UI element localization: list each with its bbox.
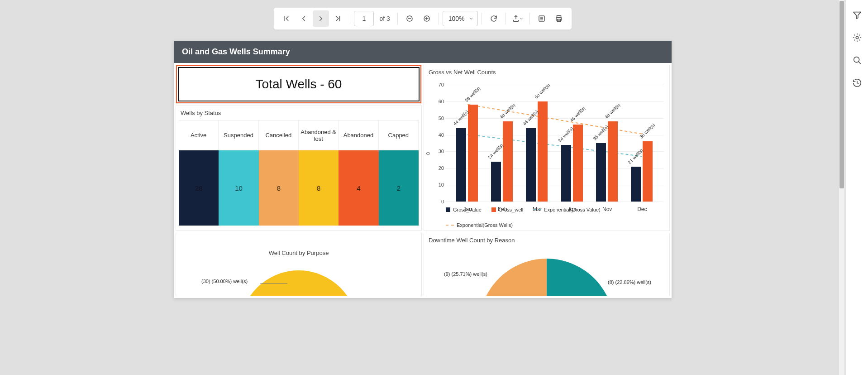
page-count-label: of 3 xyxy=(379,15,390,22)
status-value: 28 xyxy=(179,150,219,226)
y-tick: 0 xyxy=(432,199,444,204)
toolbar-separator xyxy=(506,13,506,24)
refresh-button[interactable] xyxy=(486,10,502,27)
card-title: Well Count by Purpose xyxy=(176,233,421,256)
search-icon[interactable] xyxy=(852,55,862,65)
gear-icon[interactable] xyxy=(852,33,862,43)
print-button[interactable] xyxy=(551,10,567,27)
bar-label: 24 well(s) xyxy=(487,143,505,160)
right-rail xyxy=(845,0,868,375)
card-title: Gross vs Net Well Counts xyxy=(424,65,669,77)
bar[interactable] xyxy=(561,145,571,202)
bar-label: 36 well(s) xyxy=(639,122,656,139)
legend-item: Gross_well xyxy=(491,207,523,212)
status-value: 8 xyxy=(299,150,339,226)
total-wells-value: Total Wells - 60 xyxy=(178,67,420,101)
status-column[interactable]: Capped2 xyxy=(379,120,419,226)
bar[interactable] xyxy=(491,162,501,202)
y-tick: 10 xyxy=(432,182,444,188)
gross-net-card[interactable]: Gross vs Net Well Counts 0 0102030405060… xyxy=(424,65,670,231)
bar-label: 48 well(s) xyxy=(604,102,621,120)
bar[interactable] xyxy=(631,167,641,202)
history-icon[interactable] xyxy=(852,78,862,88)
bar-label: 58 well(s) xyxy=(464,86,481,103)
status-header: Active xyxy=(179,120,219,150)
last-page-button[interactable] xyxy=(330,10,346,27)
y-tick: 20 xyxy=(432,165,444,171)
bar-label: 60 well(s) xyxy=(534,82,551,100)
bar-label: 44 well(s) xyxy=(522,109,539,126)
bar[interactable] xyxy=(538,101,548,202)
bar[interactable] xyxy=(596,143,606,202)
report-title: Oil and Gas Wells Summary xyxy=(174,41,672,63)
y-tick: 60 xyxy=(432,99,444,104)
card-title: Downtime Well Count by Reason xyxy=(424,233,669,247)
toggle-pane-button[interactable] xyxy=(534,10,550,27)
legend-item: Gross_Value xyxy=(446,207,482,212)
next-page-button[interactable] xyxy=(313,10,329,27)
bar-label: 35 well(s) xyxy=(592,124,609,141)
status-value: 8 xyxy=(259,150,299,226)
filter-icon[interactable] xyxy=(852,10,862,20)
y-tick: 40 xyxy=(432,132,444,138)
legend-item: Exponential(Gross Value) xyxy=(533,207,601,212)
pie-icon xyxy=(235,266,362,296)
toolbar-separator xyxy=(350,13,350,24)
zoom-dropdown[interactable]: 100% xyxy=(443,11,478,26)
downtime-pie-card[interactable]: Downtime Well Count by Reason (9) (25.71… xyxy=(424,233,670,296)
toolbar-separator xyxy=(482,13,482,24)
svg-point-8 xyxy=(856,36,858,39)
status-header: Abandoned & lost xyxy=(299,120,339,150)
page-number-input[interactable] xyxy=(354,11,374,26)
bar[interactable] xyxy=(608,121,618,202)
bar[interactable] xyxy=(503,121,513,202)
scrollbar[interactable] xyxy=(839,0,844,375)
bar[interactable] xyxy=(526,128,536,202)
status-header: Capped xyxy=(379,120,419,150)
bar-label: 34 well(s) xyxy=(557,126,574,143)
status-header: Abandoned xyxy=(339,120,378,150)
y-tick: 50 xyxy=(432,115,444,121)
total-wells-card[interactable]: Total Wells - 60 xyxy=(176,65,422,104)
zoom-value: 100% xyxy=(448,15,465,22)
export-dropdown[interactable] xyxy=(510,10,526,27)
bar[interactable] xyxy=(456,128,466,202)
report-viewer[interactable]: of 3 100% xyxy=(0,0,845,375)
svg-point-6 xyxy=(240,270,358,296)
bar[interactable] xyxy=(573,125,583,202)
wells-by-status-card[interactable]: Wells by Status Active28Suspended10Cance… xyxy=(176,106,422,231)
status-column[interactable]: Abandoned & lost8 xyxy=(299,120,339,226)
toolbar-separator xyxy=(439,13,439,24)
zoom-in-button[interactable] xyxy=(419,10,435,27)
purpose-pie-card[interactable]: Well Count by Purpose (30) (50.00%) well… xyxy=(176,233,422,296)
bar-label: 21 well(s) xyxy=(627,148,644,165)
status-value: 2 xyxy=(379,150,419,226)
bar[interactable] xyxy=(643,141,653,202)
scrollbar-thumb[interactable] xyxy=(839,1,844,188)
bar-label: 48 well(s) xyxy=(499,102,516,120)
report-page: Oil and Gas Wells Summary Total Wells - … xyxy=(174,41,672,298)
status-header: Cancelled xyxy=(259,120,299,150)
first-page-button[interactable] xyxy=(278,10,295,27)
status-treemap: Active28Suspended10Cancelled8Abandoned &… xyxy=(179,120,419,226)
prev-page-button[interactable] xyxy=(296,10,312,27)
status-column[interactable]: Cancelled8 xyxy=(259,120,299,226)
bar-label: 46 well(s) xyxy=(569,106,586,123)
y-axis-label: 0 xyxy=(425,152,431,155)
status-column[interactable]: Active28 xyxy=(179,120,219,226)
status-column[interactable]: Suspended10 xyxy=(219,120,258,226)
zoom-out-button[interactable] xyxy=(401,10,418,27)
toolbar-separator xyxy=(397,13,398,24)
status-value: 10 xyxy=(219,150,258,226)
status-header: Suspended xyxy=(219,120,258,150)
viewer-toolbar: of 3 100% xyxy=(273,7,572,30)
bar[interactable] xyxy=(468,105,478,202)
toolbar-separator xyxy=(529,13,530,24)
y-tick: 70 xyxy=(432,82,444,87)
status-column[interactable]: Abandoned4 xyxy=(339,120,378,226)
chart-legend: Gross_ValueGross_wellExponential(Gross V… xyxy=(446,207,664,228)
leader-line-icon xyxy=(260,281,287,286)
legend-item: Exponential(Gross Wells) xyxy=(446,222,513,228)
bar-label: 44 well(s) xyxy=(452,109,469,126)
card-title: Wells by Status xyxy=(176,106,421,117)
